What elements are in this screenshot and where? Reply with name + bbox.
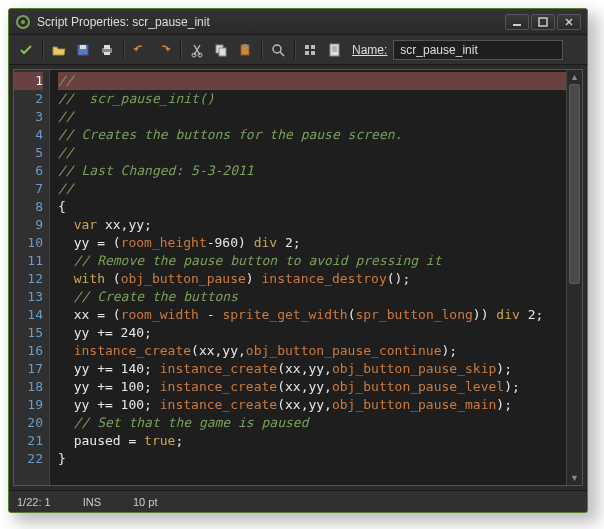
svg-rect-18 xyxy=(311,45,315,49)
name-label: Name: xyxy=(352,43,387,57)
svg-rect-16 xyxy=(305,45,309,49)
check-button[interactable] xyxy=(300,39,322,61)
print-button[interactable] xyxy=(96,39,118,61)
titlebar[interactable]: Script Properties: scr_pause_init xyxy=(9,9,587,35)
status-font: 10 pt xyxy=(133,496,157,508)
svg-rect-14 xyxy=(243,44,247,47)
open-button[interactable] xyxy=(48,39,70,61)
svg-rect-2 xyxy=(513,24,521,26)
scroll-down-icon[interactable]: ▼ xyxy=(567,471,582,485)
scroll-thumb[interactable] xyxy=(569,84,580,284)
separator xyxy=(42,41,43,59)
vertical-scrollbar[interactable]: ▲ ▼ xyxy=(566,70,582,485)
code-area[interactable]: //// scr_pause_init()//// Creates the bu… xyxy=(50,70,566,485)
svg-rect-17 xyxy=(305,51,309,55)
separator xyxy=(294,41,295,59)
paste-button[interactable] xyxy=(234,39,256,61)
close-button[interactable] xyxy=(557,14,581,30)
cut-button[interactable] xyxy=(186,39,208,61)
app-icon xyxy=(15,14,31,30)
status-mode: INS xyxy=(83,496,101,508)
status-position: 1/22: 1 xyxy=(17,496,51,508)
window-title: Script Properties: scr_pause_init xyxy=(37,15,505,29)
maximize-button[interactable] xyxy=(531,14,555,30)
find-button[interactable] xyxy=(267,39,289,61)
separator xyxy=(180,41,181,59)
code-editor[interactable]: 12345678910111213141516171819202122 ////… xyxy=(13,69,583,486)
separator xyxy=(261,41,262,59)
svg-rect-5 xyxy=(80,45,86,49)
svg-point-15 xyxy=(273,45,281,53)
svg-rect-8 xyxy=(104,52,110,55)
separator xyxy=(123,41,124,59)
name-input[interactable] xyxy=(393,40,563,60)
svg-point-1 xyxy=(21,20,25,24)
line-gutter: 12345678910111213141516171819202122 xyxy=(14,70,50,485)
svg-rect-3 xyxy=(539,18,547,26)
svg-rect-20 xyxy=(330,44,339,56)
svg-rect-19 xyxy=(311,51,315,55)
svg-rect-7 xyxy=(104,45,110,49)
undo-button[interactable] xyxy=(129,39,151,61)
script-button[interactable] xyxy=(324,39,346,61)
scroll-up-icon[interactable]: ▲ xyxy=(567,70,582,84)
copy-button[interactable] xyxy=(210,39,232,61)
save-button[interactable] xyxy=(72,39,94,61)
minimize-button[interactable] xyxy=(505,14,529,30)
script-properties-window: Script Properties: scr_pause_init Name: … xyxy=(8,8,588,513)
toolbar: Name: xyxy=(9,35,587,65)
status-bar: 1/22: 1 INS 10 pt xyxy=(9,490,587,512)
svg-rect-12 xyxy=(219,48,226,56)
redo-button[interactable] xyxy=(153,39,175,61)
confirm-button[interactable] xyxy=(15,39,37,61)
